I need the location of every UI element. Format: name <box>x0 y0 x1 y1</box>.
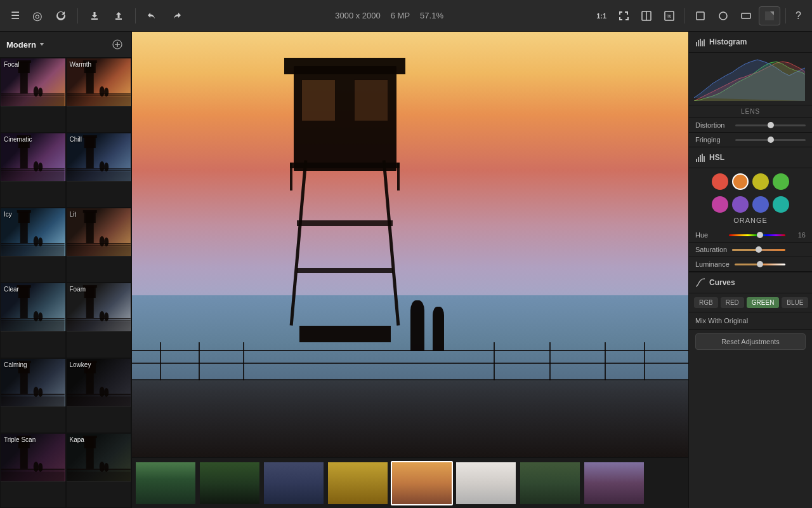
svg-rect-60 <box>67 245 130 246</box>
add-preset-button[interactable] <box>110 37 125 52</box>
filmstrip-item-ft8[interactable] <box>583 461 645 505</box>
filmstrip-thumb-ft2 <box>200 462 259 504</box>
share-button[interactable] <box>108 7 129 25</box>
hsl-color-name: ORANGE <box>689 215 812 228</box>
svg-rect-126 <box>696 159 697 162</box>
circle-select-button[interactable] <box>713 7 733 25</box>
histogram-header[interactable]: Histogram <box>689 32 812 53</box>
preset-label-clear: Clear <box>4 286 19 293</box>
image-container[interactable] <box>132 32 688 457</box>
filmstrip-item-ft6[interactable] <box>455 461 517 505</box>
color-yellow[interactable] <box>752 173 769 190</box>
mix-label: Mix With Original <box>695 317 748 324</box>
lens-label: LENS <box>689 105 812 118</box>
preset-lowkey[interactable]: Lowkey <box>66 358 132 433</box>
compare-button[interactable] <box>636 7 657 25</box>
filmstrip-thumb-ft8 <box>584 462 644 504</box>
download-button[interactable] <box>84 7 105 25</box>
mix-row[interactable]: Mix With Original <box>689 312 812 330</box>
svg-rect-42 <box>67 170 130 171</box>
preset-warmth[interactable]: Warmth <box>66 58 132 133</box>
reset-button[interactable]: Reset Adjustments <box>695 333 806 350</box>
compare-icon <box>641 10 652 22</box>
hsl-header[interactable]: HSL <box>689 147 812 168</box>
menu-button[interactable]: ☰ <box>6 6 24 25</box>
fringing-slider[interactable] <box>735 139 806 141</box>
svg-rect-77 <box>67 318 130 319</box>
percent-button[interactable]: % <box>659 7 679 25</box>
color-violet[interactable] <box>732 196 749 213</box>
distortion-slider[interactable] <box>735 124 806 126</box>
svg-rect-104 <box>1 469 65 470</box>
color-green[interactable] <box>773 173 789 190</box>
curves-header[interactable]: Curves <box>689 272 812 293</box>
preset-focal[interactable]: Focal <box>0 58 66 133</box>
redo-button[interactable] <box>166 7 187 25</box>
svg-rect-117 <box>67 472 130 481</box>
crop-button[interactable] <box>690 7 710 25</box>
luminance-slider[interactable] <box>735 264 785 265</box>
color-select-button[interactable] <box>759 6 780 25</box>
curves-tab-blue[interactable]: BLUE <box>782 297 808 308</box>
history-button[interactable] <box>51 7 71 25</box>
svg-point-26 <box>104 88 108 97</box>
saturation-slider[interactable] <box>732 249 785 251</box>
preset-category-dropdown[interactable]: Modern <box>6 40 45 50</box>
svg-rect-57 <box>84 211 95 223</box>
filmstrip-item-ft2[interactable] <box>199 461 261 505</box>
svg-rect-86 <box>1 394 65 395</box>
preset-label-kapa: Kapa <box>70 436 84 443</box>
hue-slider[interactable] <box>729 234 785 236</box>
post5 <box>549 342 551 380</box>
curves-tab-red[interactable]: RED <box>721 297 744 308</box>
filmstrip-thumb-ft4 <box>328 462 388 504</box>
color-select-icon <box>764 10 775 22</box>
crop-icon <box>695 10 706 22</box>
ratio-1-1-button[interactable]: 1:1 <box>592 9 611 23</box>
preset-triplescan[interactable]: Triple Scan <box>0 433 66 508</box>
undo-button[interactable] <box>142 7 162 25</box>
filmstrip-thumb-ft7 <box>520 462 580 504</box>
fit-button[interactable] <box>613 7 634 25</box>
svg-point-17 <box>38 88 43 97</box>
person2 <box>433 307 444 351</box>
preset-kapa[interactable]: Kapa <box>66 433 132 508</box>
svg-rect-27 <box>67 97 130 106</box>
preset-cinematic[interactable]: Cinematic <box>0 133 66 208</box>
preset-foam[interactable]: Foam <box>66 283 132 358</box>
svg-rect-108 <box>1 472 65 481</box>
rect-select-button[interactable] <box>736 7 756 25</box>
svg-point-70 <box>34 311 39 321</box>
svg-rect-95 <box>67 394 130 395</box>
color-magenta[interactable] <box>712 196 728 213</box>
preset-icy[interactable]: Icy <box>0 208 66 283</box>
color-teal[interactable] <box>773 196 789 213</box>
filmstrip-item-ft5[interactable] <box>391 461 453 505</box>
help-button[interactable]: ? <box>791 7 806 25</box>
tower-group <box>288 66 402 343</box>
svg-rect-120 <box>700 39 701 46</box>
svg-point-53 <box>38 237 43 246</box>
filmstrip-item-ft3[interactable] <box>263 461 325 505</box>
color-red[interactable] <box>712 173 728 190</box>
hsl-icon <box>695 152 705 163</box>
svg-rect-118 <box>696 42 697 46</box>
histogram-label: Histogram <box>709 37 747 46</box>
aperture-button[interactable]: ◎ <box>28 6 47 26</box>
preset-calming[interactable]: Calming <box>0 358 66 433</box>
saturation-label: Saturation <box>695 246 727 253</box>
color-blue[interactable] <box>752 196 769 213</box>
svg-point-52 <box>34 236 39 246</box>
preset-clear[interactable]: Clear <box>0 283 66 358</box>
color-orange[interactable] <box>732 173 749 190</box>
curves-tab-rgb[interactable]: RGB <box>694 297 718 308</box>
curves-tab-green[interactable]: GREEN <box>747 297 780 308</box>
preset-chill[interactable]: Chill <box>66 133 132 208</box>
chevron-down-icon <box>39 41 45 48</box>
svg-point-116 <box>104 463 108 472</box>
preset-lit[interactable]: Lit <box>66 208 132 283</box>
filmstrip-item-ft4[interactable] <box>327 461 389 505</box>
filmstrip-item-ft7[interactable] <box>519 461 581 505</box>
preset-label-calming: Calming <box>4 361 27 368</box>
filmstrip-item-ft1[interactable] <box>134 461 197 505</box>
